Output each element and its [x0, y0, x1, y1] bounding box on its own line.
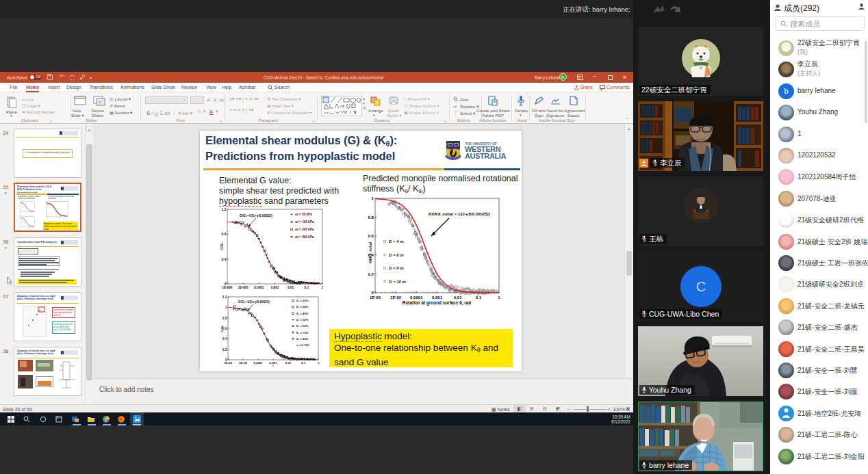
svg-text:1E-08: 1E-08 [224, 361, 232, 365]
svg-text:D = 8 m: D = 8 m [389, 266, 404, 270]
svg-text:Dᵣ = 60%: Dᵣ = 60% [296, 324, 309, 328]
svg-text:D = 10 m: D = 10 m [389, 280, 407, 284]
svg-text:0.2: 0.2 [222, 348, 227, 352]
svg-text:0.2: 0.2 [368, 272, 374, 276]
svg-text:D = 4 m: D = 4 m [389, 239, 404, 243]
svg-text:σₖ'= 200 kPa: σₖ'= 200 kPa [295, 228, 314, 231]
svg-text:σₖ'= 400 kPa: σₖ'= 400 kPa [295, 235, 314, 239]
svg-text:Kθ/Kθ_initial = 1/[1+(θ/0.0002: Kθ/Kθ_initial = 1/[1+(θ/0.00025)] [429, 212, 490, 216]
svg-text:Dᵣ = 20%: Dᵣ = 20% [296, 299, 309, 302]
svg-text:AUSTRALIA: AUSTRALIA [465, 152, 506, 160]
svg-text:0.4: 0.4 [222, 257, 227, 261]
svg-text:1: 1 [322, 286, 324, 289]
svg-text:0.8: 0.8 [222, 317, 227, 320]
svg-text:0.8: 0.8 [222, 232, 227, 236]
svg-text:0.8: 0.8 [368, 215, 374, 220]
svg-text:eₖ'≈0.762: eₖ'≈0.762 [296, 343, 309, 347]
svg-text:Dᵣ = 80%: Dᵣ = 80% [296, 337, 309, 341]
svg-text:Dᵣ = 70%: Dᵣ = 70% [296, 331, 309, 334]
svg-text:Rotation at ground surface θ,: Rotation at ground surface θ, rad [403, 300, 471, 306]
svg-text:0.4: 0.4 [222, 337, 227, 341]
svg-text:Kθ/Kθ_initial: Kθ/Kθ_initial [368, 241, 372, 263]
svg-text:Dᵣ = 50%: Dᵣ = 50% [296, 318, 309, 321]
svg-text:G/G₀: G/G₀ [220, 325, 224, 332]
svg-text:0.01: 0.01 [285, 361, 292, 365]
svg-text:D = 6 m: D = 6 m [389, 253, 404, 257]
svg-text:1: 1 [225, 306, 227, 309]
svg-text:σₖ'= 100 kPa: σₖ'= 100 kPa [295, 220, 314, 224]
svg-text:0.001: 0.001 [432, 295, 443, 300]
svg-text:0.0001: 0.0001 [253, 361, 263, 365]
svg-text:0.1: 0.1 [301, 361, 306, 365]
svg-text:0.1: 0.1 [476, 295, 482, 300]
svg-text:σₖ'= 50 kPa: σₖ'= 50 kPa [295, 213, 312, 216]
svg-text:1E-06: 1E-06 [370, 295, 381, 300]
svg-text:1E-09: 1E-09 [239, 361, 247, 365]
svg-text:1.2: 1.2 [222, 295, 227, 299]
svg-text:1E-006: 1E-006 [222, 286, 233, 289]
svg-text:Dᵣ = 30%: Dᵣ = 30% [296, 305, 309, 308]
svg-text:1.2: 1.2 [222, 207, 227, 211]
svg-text:G/G₀=1/(1+γ/0.00025): G/G₀=1/(1+γ/0.00025) [240, 214, 272, 218]
svg-text:Dᵣ = 40%: Dᵣ = 40% [296, 312, 309, 315]
svg-text:1E-005: 1E-005 [238, 286, 248, 289]
svg-text:0.0001: 0.0001 [410, 295, 423, 300]
svg-text:G/G₀=1/(1+γ/0.00025): G/G₀=1/(1+γ/0.00025) [238, 300, 270, 304]
svg-text:0: 0 [372, 290, 374, 295]
svg-text:0.0001: 0.0001 [254, 286, 264, 289]
svg-text:1E-05: 1E-05 [390, 295, 402, 300]
svg-text:0.01: 0.01 [288, 286, 294, 289]
svg-text:1: 1 [372, 196, 374, 200]
svg-text:G/G₀: G/G₀ [220, 243, 224, 250]
svg-text:1: 1 [318, 361, 320, 365]
svg-text:0.1: 0.1 [305, 286, 309, 289]
svg-text:0.01: 0.01 [454, 295, 462, 300]
svg-text:0.6: 0.6 [368, 233, 374, 238]
svg-text:1: 1 [498, 295, 500, 300]
